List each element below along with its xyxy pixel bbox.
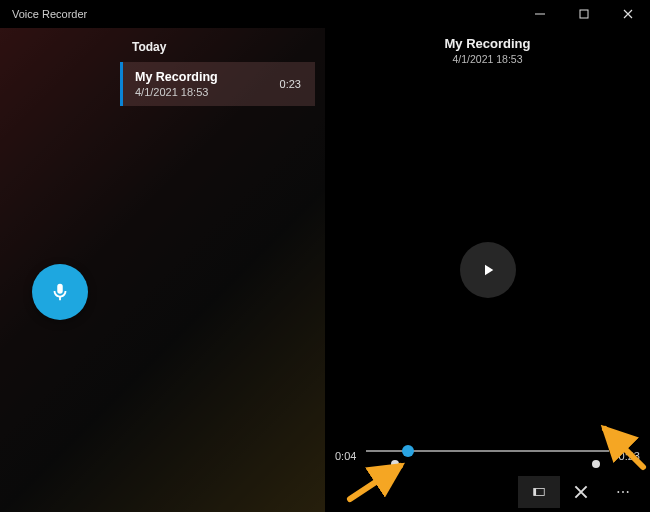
marker-dot[interactable] xyxy=(391,460,399,468)
close-icon xyxy=(623,9,633,19)
app-window: Voice Recorder Today My Recording 4/1/20… xyxy=(0,0,650,512)
detail-pane: My Recording 4/1/2021 18:53 0:04 0:23 xyxy=(325,28,650,512)
svg-rect-1 xyxy=(580,10,588,18)
app-title: Voice Recorder xyxy=(0,8,87,20)
play-button[interactable] xyxy=(460,242,516,298)
total-time: 0:23 xyxy=(619,450,640,462)
timeline: 0:04 0:23 xyxy=(335,444,640,468)
recording-datetime: 4/1/2021 18:53 xyxy=(135,86,272,98)
svg-rect-0 xyxy=(535,14,545,15)
marker-dot[interactable] xyxy=(592,460,600,468)
trim-icon xyxy=(532,485,546,499)
minimize-icon xyxy=(535,9,545,19)
more-button[interactable] xyxy=(602,476,644,508)
svg-point-5 xyxy=(622,491,624,493)
delete-button[interactable] xyxy=(560,476,602,508)
seek-thumb[interactable] xyxy=(402,445,414,457)
minimize-button[interactable] xyxy=(518,0,562,28)
microphone-icon xyxy=(49,281,71,303)
titlebar: Voice Recorder xyxy=(0,0,650,28)
marker-row xyxy=(366,460,608,470)
svg-point-4 xyxy=(617,491,619,493)
section-header-today: Today xyxy=(120,34,325,60)
recording-duration: 0:23 xyxy=(272,78,301,90)
close-icon xyxy=(574,485,588,499)
left-pane: Today My Recording 4/1/2021 18:53 0:23 xyxy=(0,28,325,512)
play-icon xyxy=(479,261,497,279)
bottom-toolbar xyxy=(518,476,644,508)
svg-point-6 xyxy=(627,491,629,493)
svg-rect-3 xyxy=(534,489,536,496)
recording-item[interactable]: My Recording 4/1/2021 18:53 0:23 xyxy=(120,62,315,106)
recording-title: My Recording xyxy=(135,70,272,84)
detail-header: My Recording 4/1/2021 18:53 xyxy=(325,36,650,65)
more-icon xyxy=(616,485,630,499)
current-time: 0:04 xyxy=(335,450,356,462)
maximize-button[interactable] xyxy=(562,0,606,28)
detail-datetime: 4/1/2021 18:53 xyxy=(325,53,650,65)
detail-title: My Recording xyxy=(325,36,650,51)
trim-button[interactable] xyxy=(518,476,560,508)
maximize-icon xyxy=(579,9,589,19)
close-button[interactable] xyxy=(606,0,650,28)
seek-track[interactable] xyxy=(366,444,608,468)
recordings-list: Today My Recording 4/1/2021 18:53 0:23 xyxy=(120,34,325,512)
record-button[interactable] xyxy=(32,264,88,320)
